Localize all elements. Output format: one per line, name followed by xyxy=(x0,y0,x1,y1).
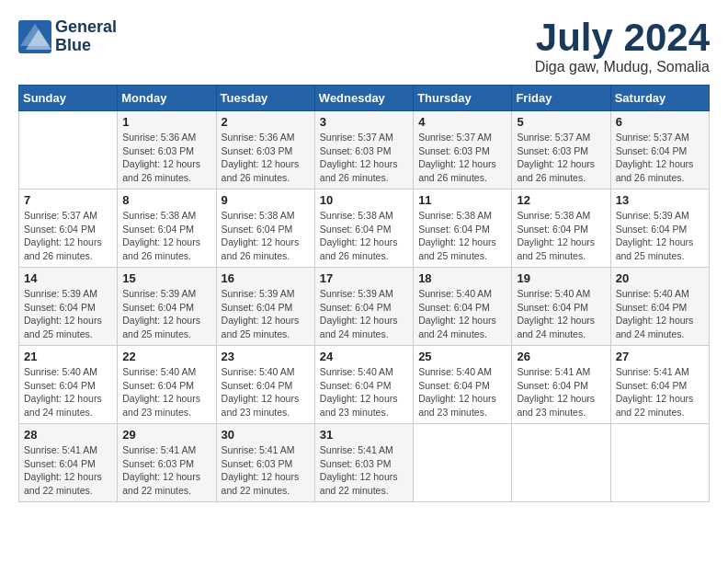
day-number: 1 xyxy=(122,115,210,129)
week-row-3: 14Sunrise: 5:39 AM Sunset: 6:04 PM Dayli… xyxy=(19,268,710,346)
day-info: Sunrise: 5:40 AM Sunset: 6:04 PM Dayligh… xyxy=(418,287,506,341)
logo: General Blue xyxy=(18,18,117,55)
logo-icon xyxy=(18,20,51,53)
calendar-cell: 13Sunrise: 5:39 AM Sunset: 6:04 PM Dayli… xyxy=(610,190,709,268)
day-info: Sunrise: 5:39 AM Sunset: 6:04 PM Dayligh… xyxy=(122,287,210,341)
calendar-cell: 25Sunrise: 5:40 AM Sunset: 6:04 PM Dayli… xyxy=(414,346,512,424)
day-number: 2 xyxy=(222,115,310,129)
day-info: Sunrise: 5:37 AM Sunset: 6:03 PM Dayligh… xyxy=(320,131,408,185)
day-number: 4 xyxy=(418,115,506,129)
day-info: Sunrise: 5:41 AM Sunset: 6:03 PM Dayligh… xyxy=(222,443,310,498)
calendar-cell: 31Sunrise: 5:41 AM Sunset: 6:03 PM Dayli… xyxy=(314,424,413,502)
calendar-cell: 8Sunrise: 5:38 AM Sunset: 6:04 PM Daylig… xyxy=(118,190,216,268)
day-info: Sunrise: 5:37 AM Sunset: 6:03 PM Dayligh… xyxy=(418,131,506,185)
header-cell-thursday: Thursday xyxy=(414,86,512,111)
calendar-cell: 26Sunrise: 5:41 AM Sunset: 6:04 PM Dayli… xyxy=(512,346,610,424)
day-info: Sunrise: 5:37 AM Sunset: 6:04 PM Dayligh… xyxy=(616,131,704,185)
day-info: Sunrise: 5:39 AM Sunset: 6:04 PM Dayligh… xyxy=(616,209,704,263)
calendar-cell: 17Sunrise: 5:39 AM Sunset: 6:04 PM Dayli… xyxy=(314,268,413,346)
day-info: Sunrise: 5:40 AM Sunset: 6:04 PM Dayligh… xyxy=(320,365,408,419)
calendar-cell xyxy=(512,424,610,502)
calendar-cell: 3Sunrise: 5:37 AM Sunset: 6:03 PM Daylig… xyxy=(314,111,413,190)
day-number: 31 xyxy=(320,428,408,442)
calendar-cell: 5Sunrise: 5:37 AM Sunset: 6:03 PM Daylig… xyxy=(512,111,610,190)
day-info: Sunrise: 5:41 AM Sunset: 6:03 PM Dayligh… xyxy=(122,443,210,498)
day-info: Sunrise: 5:41 AM Sunset: 6:04 PM Dayligh… xyxy=(616,365,704,419)
day-number: 25 xyxy=(418,350,506,363)
calendar-cell: 22Sunrise: 5:40 AM Sunset: 6:04 PM Dayli… xyxy=(118,346,216,424)
day-number: 16 xyxy=(222,271,310,285)
day-number: 9 xyxy=(222,193,310,207)
header-cell-sunday: Sunday xyxy=(19,86,118,111)
calendar-cell: 27Sunrise: 5:41 AM Sunset: 6:04 PM Dayli… xyxy=(610,346,709,424)
day-info: Sunrise: 5:40 AM Sunset: 6:04 PM Dayligh… xyxy=(122,365,210,419)
month-title: July 2024 xyxy=(535,18,710,57)
page-header: General Blue July 2024 Diga gaw, Mudug, … xyxy=(18,18,710,75)
day-info: Sunrise: 5:40 AM Sunset: 6:04 PM Dayligh… xyxy=(517,287,605,341)
day-info: Sunrise: 5:40 AM Sunset: 6:04 PM Dayligh… xyxy=(222,365,310,419)
day-number: 11 xyxy=(418,193,506,207)
week-row-5: 28Sunrise: 5:41 AM Sunset: 6:04 PM Dayli… xyxy=(19,424,710,502)
day-number: 23 xyxy=(222,350,310,363)
calendar-cell: 14Sunrise: 5:39 AM Sunset: 6:04 PM Dayli… xyxy=(19,268,118,346)
calendar-cell: 28Sunrise: 5:41 AM Sunset: 6:04 PM Dayli… xyxy=(19,424,118,502)
day-info: Sunrise: 5:37 AM Sunset: 6:03 PM Dayligh… xyxy=(517,131,605,185)
day-number: 13 xyxy=(616,193,704,207)
day-number: 10 xyxy=(320,193,408,207)
day-info: Sunrise: 5:40 AM Sunset: 6:04 PM Dayligh… xyxy=(418,365,506,419)
calendar-cell: 4Sunrise: 5:37 AM Sunset: 6:03 PM Daylig… xyxy=(414,111,512,190)
title-block: July 2024 Diga gaw, Mudug, Somalia xyxy=(535,18,710,75)
day-number: 19 xyxy=(517,271,605,285)
logo-text: General Blue xyxy=(55,18,117,55)
day-number: 22 xyxy=(122,350,210,363)
day-number: 8 xyxy=(122,193,210,207)
day-number: 14 xyxy=(24,271,112,285)
header-cell-tuesday: Tuesday xyxy=(216,86,314,111)
day-number: 3 xyxy=(320,115,408,129)
day-number: 21 xyxy=(24,350,112,363)
calendar-cell: 1Sunrise: 5:36 AM Sunset: 6:03 PM Daylig… xyxy=(118,111,216,190)
day-number: 26 xyxy=(517,350,605,363)
calendar-cell: 6Sunrise: 5:37 AM Sunset: 6:04 PM Daylig… xyxy=(610,111,709,190)
header-cell-saturday: Saturday xyxy=(610,86,709,111)
calendar-cell: 30Sunrise: 5:41 AM Sunset: 6:03 PM Dayli… xyxy=(216,424,314,502)
day-info: Sunrise: 5:38 AM Sunset: 6:04 PM Dayligh… xyxy=(320,209,408,263)
day-number: 24 xyxy=(320,350,408,363)
day-number: 12 xyxy=(517,193,605,207)
day-info: Sunrise: 5:38 AM Sunset: 6:04 PM Dayligh… xyxy=(418,209,506,263)
calendar-cell: 9Sunrise: 5:38 AM Sunset: 6:04 PM Daylig… xyxy=(216,190,314,268)
calendar-cell: 23Sunrise: 5:40 AM Sunset: 6:04 PM Dayli… xyxy=(216,346,314,424)
day-info: Sunrise: 5:36 AM Sunset: 6:03 PM Dayligh… xyxy=(222,131,310,185)
day-info: Sunrise: 5:38 AM Sunset: 6:04 PM Dayligh… xyxy=(222,209,310,263)
calendar-cell: 11Sunrise: 5:38 AM Sunset: 6:04 PM Dayli… xyxy=(414,190,512,268)
day-number: 27 xyxy=(616,350,704,363)
day-info: Sunrise: 5:41 AM Sunset: 6:04 PM Dayligh… xyxy=(24,443,112,498)
calendar-cell: 15Sunrise: 5:39 AM Sunset: 6:04 PM Dayli… xyxy=(118,268,216,346)
calendar-cell: 24Sunrise: 5:40 AM Sunset: 6:04 PM Dayli… xyxy=(314,346,413,424)
location: Diga gaw, Mudug, Somalia xyxy=(535,59,710,75)
calendar-cell xyxy=(19,111,118,190)
day-info: Sunrise: 5:38 AM Sunset: 6:04 PM Dayligh… xyxy=(122,209,210,263)
day-number: 18 xyxy=(418,271,506,285)
calendar-cell: 29Sunrise: 5:41 AM Sunset: 6:03 PM Dayli… xyxy=(118,424,216,502)
day-info: Sunrise: 5:40 AM Sunset: 6:04 PM Dayligh… xyxy=(616,287,704,341)
calendar-cell: 19Sunrise: 5:40 AM Sunset: 6:04 PM Dayli… xyxy=(512,268,610,346)
day-info: Sunrise: 5:41 AM Sunset: 6:04 PM Dayligh… xyxy=(517,365,605,419)
week-row-2: 7Sunrise: 5:37 AM Sunset: 6:04 PM Daylig… xyxy=(19,190,710,268)
calendar-cell: 21Sunrise: 5:40 AM Sunset: 6:04 PM Dayli… xyxy=(19,346,118,424)
day-number: 7 xyxy=(24,193,112,207)
header-cell-monday: Monday xyxy=(118,86,216,111)
day-number: 15 xyxy=(122,271,210,285)
day-info: Sunrise: 5:39 AM Sunset: 6:04 PM Dayligh… xyxy=(320,287,408,341)
calendar-cell: 20Sunrise: 5:40 AM Sunset: 6:04 PM Dayli… xyxy=(610,268,709,346)
calendar-cell xyxy=(610,424,709,502)
day-info: Sunrise: 5:38 AM Sunset: 6:04 PM Dayligh… xyxy=(517,209,605,263)
header-cell-wednesday: Wednesday xyxy=(314,86,413,111)
day-number: 29 xyxy=(122,428,210,442)
day-number: 20 xyxy=(616,271,704,285)
header-row: SundayMondayTuesdayWednesdayThursdayFrid… xyxy=(19,86,710,111)
day-info: Sunrise: 5:40 AM Sunset: 6:04 PM Dayligh… xyxy=(24,365,112,419)
calendar-cell: 18Sunrise: 5:40 AM Sunset: 6:04 PM Dayli… xyxy=(414,268,512,346)
day-info: Sunrise: 5:41 AM Sunset: 6:03 PM Dayligh… xyxy=(320,443,408,498)
day-info: Sunrise: 5:39 AM Sunset: 6:04 PM Dayligh… xyxy=(24,287,112,341)
